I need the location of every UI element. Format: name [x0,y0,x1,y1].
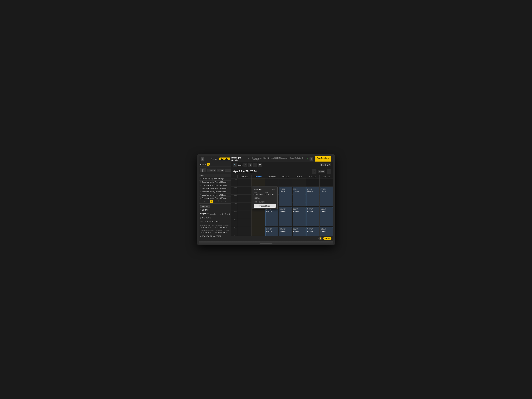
time-slot [238,211,251,219]
calendar-event-3am-thu[interactable]: 03:00:00 -05:28:48 4 Sports [279,187,292,206]
asset-row[interactable]: ⠿ Basketball series_Promo 008.mp4 [199,197,231,199]
calendar-today-button[interactable]: today [318,170,325,173]
calendar-prev-button[interactable]: ‹ [312,169,317,174]
calendar-event-8am-fri[interactable]: 08:00:00 -10:28:48 4 Sports [293,227,305,236]
search-input[interactable] [225,169,231,172]
duration-filter-button[interactable]: Duration ▾ [207,169,216,171]
asset-row[interactable]: ⠿ Basketball series_Promo 001.mp4 [199,193,231,197]
time-col-header [231,175,238,178]
calendar-event-3am-sun[interactable]: 03:00:00 -05:28:48 4 Sports [320,187,333,206]
time-slot [252,227,265,235]
download-icon[interactable]: ↓ [220,213,221,215]
page-first-button[interactable]: « [203,200,206,203]
time-slot [279,178,292,187]
asset-row[interactable]: ⠿ Basketball series_Promo 007.mp4 [199,187,231,190]
calendar-search-button[interactable]: 🔍 [233,163,237,167]
tab-properties[interactable]: Properties [200,213,209,215]
time-slot [265,178,279,187]
topbar-icons: ↺ [310,157,313,161]
metadata-section-header[interactable]: ▶ METADATA [200,216,230,220]
start-end-offset-section-header[interactable]: ▶ START & END OFFSET [200,234,230,238]
project-title: Backlight-Sports ✎ [231,157,249,161]
calendar-event-3am-fri[interactable]: 03:00:00 -05:28:48 4 Sports [293,187,305,206]
help-button[interactable]: ? Help [323,237,331,240]
sync-info: Synced on Apr 15th, 2024 11:18:36 PM | U… [252,157,308,161]
asset-name: Promo_Sunday Night_VO.mp4 [202,178,230,180]
event-time: 05:30:00 -07:58:48 [280,208,291,210]
scheduled-end-date-edit-icon[interactable]: ✎ [210,232,211,233]
time-slot [238,219,251,227]
calendar-refresh-button[interactable]: ⇄ [258,163,262,167]
inspect-item-button[interactable]: Inspect Item [253,204,276,208]
view-rundown-button[interactable]: View Rundown ≡ [315,156,331,162]
page-next-button[interactable]: › [220,200,223,203]
tab-calendar[interactable]: Calendar [219,158,230,160]
popup-expand-icon[interactable]: ⤢ [274,188,276,190]
scheduled-end-time-edit-icon[interactable]: ✎ [226,232,227,233]
grid-icon[interactable]: ⊞ [222,213,223,215]
back-button[interactable]: ← [206,158,208,160]
calendar-body: 2am 3am 4am 5am 6am 7am 8am 9am 10am 11a… [231,178,333,236]
event-popup: 4 Sports ⎘ ⤢ Starts At [252,187,278,209]
assets-col-title: Title [200,175,230,177]
page-last-button[interactable]: » [224,200,227,203]
popup-copy-icon[interactable]: ⎘ [272,188,274,190]
page-prev-button[interactable]: ‹ [207,200,210,203]
calendar-title-filter[interactable]: Title & ID ▾ [320,163,331,166]
info-icon[interactable]: ℹ [227,213,228,215]
page-2-button[interactable]: 2 [214,200,216,203]
start-end-collapse-icon: ▼ [200,221,202,223]
assets-header: Assets + [199,162,231,167]
scheduled-end-time-field: Scheduled End Time 05:28:48 AM ✎ [215,230,230,234]
calendar-toolbar: 🔍 Zoom + ◐ → ⇄ Title & ID ▾ [231,162,333,168]
help-question-icon: ? [325,237,326,239]
start-end-time-section-header[interactable]: ▼ START & END TIME [200,220,230,224]
tab-timeline[interactable]: Timeline [209,158,219,160]
scheduled-start-date-edit-icon[interactable]: ✎ [210,227,211,228]
notification-icon[interactable]: 🔔 [318,236,322,240]
asset-row[interactable]: ⠿ Basketball series_Promo 003.mp4 [199,181,231,184]
calendar-event-530-fri[interactable]: 05:30:00 -07:58:48 4 Sports [293,207,305,226]
calendar-export-button[interactable]: → [253,163,257,167]
link-icon[interactable]: → [217,213,219,215]
tab-assets[interactable]: Assets [210,213,215,215]
calendar-zoom-in-button[interactable]: + [243,163,247,167]
target-icon[interactable]: ⊙ [224,213,226,215]
calendar-event-530-wed[interactable]: 05:30:00 -07:58:48 4 Sports [265,207,278,226]
reoccurrence-label: Reoccurrence [255,201,266,203]
page-3-button[interactable]: 3 [217,200,220,203]
calendar-event-530-sun[interactable]: 05:30:00 -07:58:48 4 Sports [320,207,333,226]
asset-row[interactable]: ⠿ Basketball series_Promo 010.mp4 [199,184,231,187]
calendar-event-530-sat[interactable]: 05:30:00 -07:58:48 4 Sports [306,207,319,226]
calendar-contrast-button[interactable]: ◐ [248,163,252,167]
calendar-next-button[interactable]: › [327,169,331,174]
page-1-button[interactable]: 1 [210,200,213,203]
main-layout: Assets + Sort By ▾ Duration ▾ [199,162,333,241]
calendar-event-530-thu[interactable]: 05:30:00 -07:58:48 4 Sports [279,207,292,226]
time-slot [238,187,251,195]
start-end-fields: Scheduled Start Date 2024-04-24 ✎ Schedu… [200,224,230,234]
asset-row[interactable]: ⠿ Basketball series_Promo 006.mp4 [199,190,231,193]
calendar-event-8am-wed[interactable]: 08:00:00 -10:28:48 4 Sports [265,227,278,236]
sort-by-button[interactable]: Sort By ▾ [200,168,206,172]
assets-filter-bar: Sort By ▾ Duration ▾ Video ▾ [199,167,231,174]
assets-add-button[interactable]: + [207,163,209,165]
scheduled-start-time-edit-icon[interactable]: ✎ [226,227,227,228]
asset-row[interactable]: ⠿ Promo_Sunday Night_VO.mp4 [199,177,231,181]
delete-icon[interactable]: ⊗ [228,213,230,215]
title-filter-label: Title & ID [321,164,328,166]
event-time: 08:00:00 -10:28:48 [266,228,278,231]
event-time: 08:00:00 -10:28:48 [307,228,319,231]
metadata-section-label: METADATA [202,217,211,219]
home-button[interactable]: ⌂ [201,157,204,161]
calendar-event-8am-sun[interactable]: 08:00:00 -10:28:48 4 Sports [320,227,333,236]
calendar-header: Apr 22 – 28, 2024 ‹ today › [231,168,333,175]
calendar-event-8am-sat[interactable]: 08:00:00 -10:28:48 4 Sports [306,227,319,236]
video-filter-button[interactable]: Video ▾ [217,169,224,171]
title-edit-icon[interactable]: ✎ [248,158,249,160]
calendar-event-3am-sat[interactable]: 03:00:00 -05:28:48 4 Sports [306,187,319,206]
calendar-event-8am-thu[interactable]: 08:00:00 -10:28:48 4 Sports [279,227,292,236]
title-filter-chevron-icon: ▾ [329,164,330,166]
history-button[interactable]: ↺ [310,157,313,161]
scheduled-end-time-label: Scheduled End Time [215,230,230,231]
